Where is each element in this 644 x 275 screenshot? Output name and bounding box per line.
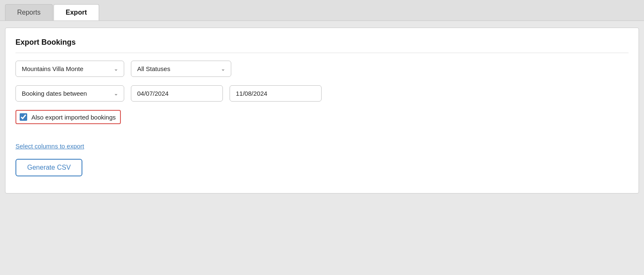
tab-reports-label: Reports — [17, 9, 41, 16]
property-select-wrapper: Mountains Villa Monte All Properties ⌄ — [15, 61, 124, 77]
also-export-imported-label[interactable]: Also export imported bookings — [15, 110, 121, 124]
export-bookings-card: Export Bookings Mountains Villa Monte Al… — [5, 28, 639, 194]
card-title: Export Bookings — [15, 38, 629, 53]
also-export-imported-text: Also export imported bookings — [31, 114, 116, 121]
date-to-input[interactable] — [230, 85, 322, 102]
date-type-dropdown[interactable]: Booking dates between Check-in dates bet… — [15, 85, 124, 102]
tab-export[interactable]: Export — [54, 4, 99, 20]
filter-row-1: Mountains Villa Monte All Properties ⌄ A… — [15, 61, 629, 77]
date-type-select-wrapper: Booking dates between Check-in dates bet… — [15, 85, 124, 102]
tab-reports[interactable]: Reports — [5, 4, 53, 20]
filter-row-2: Booking dates between Check-in dates bet… — [15, 85, 629, 102]
date-from-input[interactable] — [131, 85, 223, 102]
select-columns-row: Select columns to export — [15, 143, 629, 150]
tab-export-label: Export — [66, 9, 87, 16]
status-dropdown[interactable]: All Statuses Confirmed Pending Cancelled — [131, 61, 231, 77]
select-columns-link[interactable]: Select columns to export — [15, 143, 84, 150]
status-select-wrapper: All Statuses Confirmed Pending Cancelled… — [131, 61, 231, 77]
generate-csv-button[interactable]: Generate CSV — [15, 159, 82, 176]
also-export-container: Also export imported bookings — [15, 110, 629, 133]
property-dropdown[interactable]: Mountains Villa Monte All Properties — [15, 61, 124, 77]
tab-bar: Reports Export — [0, 0, 644, 21]
also-export-imported-checkbox[interactable] — [20, 113, 27, 121]
